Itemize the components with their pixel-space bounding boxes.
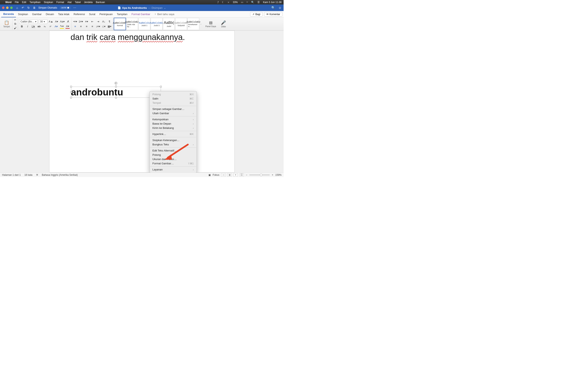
ctx-size-position[interactable]: Ukuran dan Posisi… bbox=[150, 157, 197, 161]
clear-formatting-icon[interactable]: A̸ bbox=[66, 19, 70, 24]
multilevel-list-icon[interactable]: ≡▾ bbox=[84, 19, 89, 24]
ctx-crop[interactable]: Potong bbox=[150, 153, 197, 157]
window-zoom-button[interactable] bbox=[10, 7, 13, 9]
format-painter-icon[interactable]: 🖌 bbox=[13, 26, 17, 30]
tab-layout[interactable]: Tata letak bbox=[56, 11, 72, 17]
menu-edit[interactable]: Edit bbox=[22, 1, 26, 4]
language-indicator[interactable]: Bahasa Inggris (Amerika Serikat) bbox=[42, 174, 78, 176]
ctx-edit-alt-text[interactable]: Edit Teks Alternatif… bbox=[150, 149, 197, 153]
grow-font-icon[interactable]: A▲ bbox=[49, 19, 53, 24]
ctx-change-picture[interactable]: Ubah Gambar› bbox=[150, 111, 197, 115]
zoom-slider[interactable] bbox=[249, 175, 270, 175]
zoom-out-button[interactable]: − bbox=[246, 174, 247, 176]
tab-design[interactable]: Desain bbox=[44, 11, 56, 17]
style-no-spacing[interactable]: AaBbCcDdEeTidak Ada Sp… bbox=[126, 18, 138, 30]
autosave-toggle[interactable]: AKTIF bbox=[60, 6, 71, 9]
bluetooth-off-icon[interactable]: ⨯ bbox=[227, 1, 229, 4]
underline-button[interactable]: U▾ bbox=[31, 24, 35, 29]
menu-insert[interactable]: Sisipkan bbox=[44, 1, 53, 4]
ctx-save-as-picture[interactable]: Simpan sebagai Gambar… bbox=[150, 107, 197, 111]
shading-icon[interactable]: ◇▾ bbox=[102, 24, 106, 29]
search-icon[interactable]: 🔍 bbox=[271, 6, 275, 9]
view-web-button[interactable]: ≡ bbox=[233, 173, 238, 176]
ctx-cut[interactable]: Potong⌘X bbox=[150, 92, 197, 96]
align-center-icon[interactable]: ≡ bbox=[79, 24, 83, 29]
superscript-button[interactable]: x² bbox=[48, 24, 53, 29]
italic-button[interactable]: I bbox=[25, 24, 30, 29]
undo-icon[interactable]: ↶ bbox=[21, 6, 25, 9]
ctx-services[interactable]: Layanan› bbox=[150, 167, 197, 172]
window-close-button[interactable] bbox=[2, 7, 4, 9]
style-emphasis[interactable]: AaBbCcDdEePenekanan H… bbox=[187, 18, 199, 30]
increase-indent-icon[interactable]: ⇥ bbox=[96, 19, 100, 24]
tell-me[interactable]: ♀ Beri tahu saya bbox=[152, 11, 176, 17]
change-case-icon[interactable]: Aa▾ bbox=[60, 19, 65, 24]
font-color-icon[interactable]: A▾ bbox=[65, 24, 70, 29]
font-size-select[interactable]: 30▾ bbox=[39, 19, 47, 24]
style-heading2[interactable]: AaBbCcDdEeJudul 2 bbox=[151, 18, 163, 30]
resize-handle-tl[interactable] bbox=[70, 86, 72, 87]
resize-handle-b[interactable] bbox=[115, 97, 117, 99]
tab-review[interactable]: Peninjauan bbox=[97, 11, 115, 17]
tab-picture-format[interactable]: Format Gambar bbox=[130, 11, 152, 17]
menu-format[interactable]: Format bbox=[56, 1, 64, 4]
menu-tools[interactable]: Alat bbox=[67, 1, 72, 4]
bullets-icon[interactable]: •≡▾ bbox=[73, 19, 77, 24]
font-name-select[interactable]: Calibri (Bo…▾ bbox=[19, 19, 38, 24]
style-title[interactable]: AaBb(Judul bbox=[163, 18, 175, 30]
battery-icon[interactable]: ▭ bbox=[241, 1, 243, 4]
menu-table[interactable]: Tabel bbox=[75, 1, 81, 4]
control-center-icon[interactable]: ☰ bbox=[258, 1, 260, 4]
style-subtitle[interactable]: AaBbCcDdEeSubjudul bbox=[175, 18, 187, 30]
wifi-icon[interactable]: ⌔ bbox=[246, 1, 248, 4]
menu-help[interactable]: Bantuan bbox=[96, 1, 105, 4]
tab-home[interactable]: Beranda bbox=[1, 11, 16, 17]
highlight-icon[interactable]: ✎▾ bbox=[60, 24, 64, 29]
decrease-indent-icon[interactable]: ⇤ bbox=[90, 19, 95, 24]
ctx-hyperlink[interactable]: Hyperlink…⌘K bbox=[150, 132, 197, 136]
zoom-in-button[interactable]: + bbox=[272, 174, 273, 176]
align-right-icon[interactable]: ≡ bbox=[84, 24, 89, 29]
zoom-thumb[interactable] bbox=[260, 174, 262, 176]
text-effects-icon[interactable]: A▾ bbox=[54, 24, 58, 29]
app-name[interactable]: Word bbox=[5, 1, 11, 4]
styles-gallery[interactable]: AaBbCcDdEeNormal AaBbCcDdEeTidak Ada Sp…… bbox=[113, 18, 203, 30]
resize-handle-bl[interactable] bbox=[70, 97, 72, 99]
bold-button[interactable]: B bbox=[20, 24, 24, 29]
show-marks-icon[interactable]: ¶ bbox=[107, 19, 112, 24]
sort-icon[interactable]: A↓ bbox=[102, 19, 106, 24]
style-normal[interactable]: AaBbCcDdEeNormal bbox=[114, 18, 126, 30]
styles-pane-button[interactable]: ▤ Panel Gaya bbox=[204, 20, 217, 27]
word-count[interactable]: 18 kata bbox=[24, 174, 32, 176]
ctx-insert-caption[interactable]: Sisipkan Keterangan… bbox=[150, 138, 197, 142]
line-spacing-icon[interactable]: ↕≡▾ bbox=[96, 24, 100, 29]
focus-label[interactable]: Fokus bbox=[213, 174, 219, 176]
share-button[interactable]: ↗Bagi bbox=[250, 12, 263, 17]
ctx-format-picture[interactable]: Format Gambar…⇧⌘1 bbox=[150, 161, 197, 166]
ctx-group[interactable]: Kelompokkan› bbox=[150, 117, 197, 122]
ctx-copy[interactable]: Salin⌘C bbox=[150, 96, 197, 101]
menu-window[interactable]: Jendela bbox=[84, 1, 93, 4]
more-icon[interactable]: ⋯ bbox=[73, 6, 76, 9]
tab-mailings[interactable]: Surat bbox=[87, 11, 97, 17]
view-print-button[interactable]: ▥ bbox=[227, 173, 232, 176]
view-read-button[interactable]: ▭ bbox=[221, 173, 225, 176]
numbering-icon[interactable]: 1≡▾ bbox=[79, 19, 83, 24]
subscript-button[interactable]: x₂ bbox=[43, 24, 47, 29]
tab-insert[interactable]: Sisipkan bbox=[16, 11, 30, 17]
resize-handle-t[interactable] bbox=[115, 86, 117, 87]
file-icon[interactable]: 🗎 bbox=[33, 6, 36, 9]
ctx-paste[interactable]: Tempel⌘V bbox=[150, 101, 197, 105]
tab-view[interactable]: Tampilan bbox=[115, 11, 130, 17]
redo-icon[interactable]: ↻ bbox=[27, 6, 30, 9]
paste-button[interactable]: 📋 Tempel bbox=[2, 20, 11, 28]
resize-handle-tr[interactable] bbox=[160, 86, 162, 87]
view-outline-button[interactable]: ⿲ bbox=[240, 173, 244, 176]
focus-mode-icon[interactable]: ▣ bbox=[208, 174, 211, 176]
style-heading1[interactable]: AaBbCcDcJudul 1 bbox=[138, 18, 150, 30]
menu-file[interactable]: File bbox=[15, 1, 18, 4]
shrink-font-icon[interactable]: A▾ bbox=[54, 19, 59, 24]
comments-button[interactable]: ✉Komentar bbox=[264, 12, 282, 17]
document-workspace[interactable]: dan trik cara menggunakannya. ⟳ androbun… bbox=[0, 31, 284, 173]
clock-text[interactable]: Kam 3 Jun 11.08 bbox=[263, 1, 282, 4]
